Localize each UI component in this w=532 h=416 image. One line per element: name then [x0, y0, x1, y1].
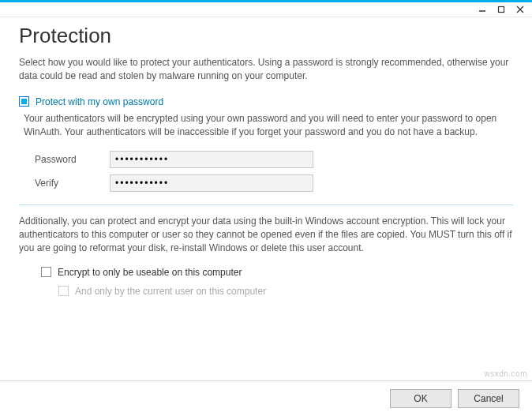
title-bar: [0, 0, 532, 17]
encrypt-computer-label: Encrypt to only be useable on this compu…: [58, 267, 242, 278]
verify-label: Verify: [35, 178, 110, 189]
protect-help-text: Your authenticators will be encrypted us…: [24, 112, 513, 140]
maximize-button[interactable]: [496, 4, 507, 15]
protect-password-label: Protect with my own password: [36, 96, 163, 107]
minimize-icon: [478, 6, 486, 13]
maximize-icon: [497, 6, 505, 13]
protect-password-checkbox[interactable]: [19, 96, 29, 107]
close-icon: [516, 6, 524, 13]
encrypt-computer-checkbox[interactable]: [41, 267, 51, 277]
encrypt-user-checkbox: [58, 286, 69, 296]
dialog-footer: OK Cancel: [0, 380, 532, 416]
section-divider: [19, 204, 513, 205]
ok-button[interactable]: OK: [390, 389, 451, 408]
password-input[interactable]: [110, 151, 313, 168]
svg-rect-1: [499, 7, 504, 13]
encrypt-user-label: And only by the current user on this com…: [75, 286, 266, 297]
cancel-button[interactable]: Cancel: [458, 389, 519, 408]
minimize-button[interactable]: [477, 4, 488, 15]
close-button[interactable]: [515, 4, 526, 15]
encrypt-intro-text: Additionally, you can protect and encryp…: [19, 215, 513, 256]
verify-input[interactable]: [110, 174, 313, 192]
page-title: Protection: [19, 24, 513, 48]
password-label: Password: [35, 154, 110, 165]
intro-text: Select how you would like to protect you…: [19, 56, 513, 84]
